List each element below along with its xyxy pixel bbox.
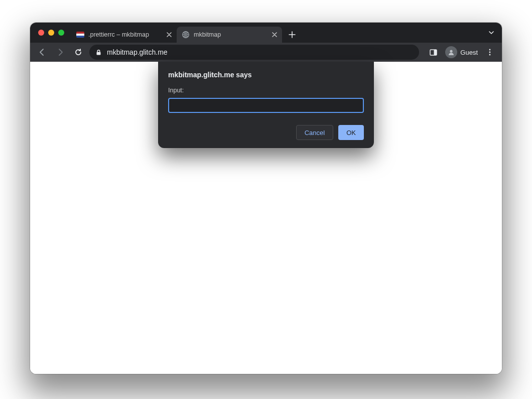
kebab-menu-button[interactable] xyxy=(483,45,497,59)
svg-point-6 xyxy=(489,49,491,51)
favicon-flag-icon xyxy=(76,31,84,39)
window-controls xyxy=(36,23,68,43)
favicon-globe-icon xyxy=(182,31,190,39)
svg-rect-2 xyxy=(97,52,101,55)
prompt-input[interactable] xyxy=(168,98,364,113)
close-tab-icon[interactable] xyxy=(272,32,277,37)
cancel-button[interactable]: Cancel xyxy=(296,125,333,140)
forward-button[interactable] xyxy=(53,45,67,59)
svg-point-7 xyxy=(489,52,491,53)
svg-rect-4 xyxy=(434,50,437,55)
toolbar: mkbitmap.glitch.me Guest xyxy=(30,43,502,62)
window-close-icon[interactable] xyxy=(38,30,44,36)
profile-chip[interactable]: Guest xyxy=(443,45,480,59)
avatar-icon xyxy=(445,46,457,58)
tab-active[interactable]: mkbitmap xyxy=(177,27,282,43)
browser-window: .prettierrc – mkbitmap mkbitmap xyxy=(30,23,502,374)
new-tab-button[interactable] xyxy=(285,28,299,42)
url-text: mkbitmap.glitch.me xyxy=(107,48,168,56)
profile-label: Guest xyxy=(460,49,478,56)
svg-point-5 xyxy=(450,50,453,52)
reload-button[interactable] xyxy=(71,45,85,59)
side-panel-button[interactable] xyxy=(426,45,440,59)
back-button[interactable] xyxy=(35,45,49,59)
tab-inactive[interactable]: .prettierrc – mkbitmap xyxy=(71,27,177,43)
js-prompt-dialog: mkbitmap.glitch.me says Input: Cancel OK xyxy=(158,62,374,148)
lock-icon xyxy=(95,49,102,56)
tab-overflow-button[interactable] xyxy=(488,23,495,43)
tabs-container: .prettierrc – mkbitmap mkbitmap xyxy=(71,23,502,43)
tab-strip: .prettierrc – mkbitmap mkbitmap xyxy=(30,23,502,43)
ok-button[interactable]: OK xyxy=(338,125,364,140)
address-bar[interactable]: mkbitmap.glitch.me xyxy=(89,45,419,60)
window-minimize-icon[interactable] xyxy=(48,30,54,36)
toolbar-right: Guest xyxy=(423,45,497,59)
svg-point-8 xyxy=(489,54,491,56)
prompt-actions: Cancel OK xyxy=(168,125,364,140)
window-zoom-icon[interactable] xyxy=(58,30,64,36)
prompt-origin: mkbitmap.glitch.me says xyxy=(168,71,364,79)
tab-title: mkbitmap xyxy=(194,31,221,38)
close-tab-icon[interactable] xyxy=(167,32,172,37)
tab-title: .prettierrc – mkbitmap xyxy=(88,31,149,38)
prompt-label: Input: xyxy=(168,87,364,94)
